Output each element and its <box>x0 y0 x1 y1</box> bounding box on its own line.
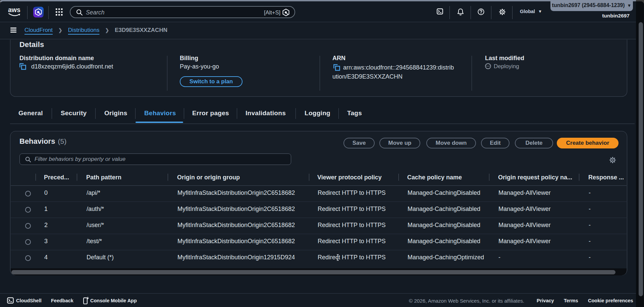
svg-text:aws: aws <box>8 6 20 13</box>
